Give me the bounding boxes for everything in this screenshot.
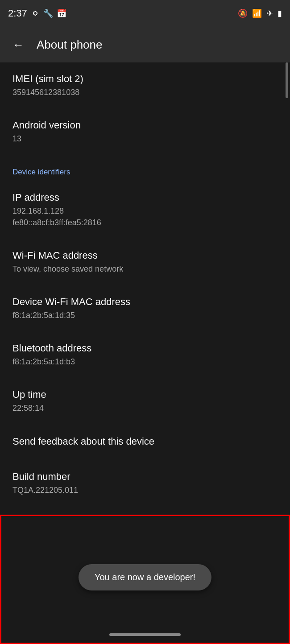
status-left: 2:37 ⭘ 🔧 📅: [8, 8, 66, 19]
item-subtitle-imei-sim2: 359145612381038: [12, 87, 278, 98]
status-time: 2:37: [8, 8, 27, 19]
item-subtitle-build-number: TQ1A.221205.011: [12, 485, 278, 496]
item-subtitle-ip1: 192.168.1.128: [12, 206, 278, 217]
status-icons-left: ⭘ 🔧 📅: [32, 8, 66, 18]
section-header-device-identifiers: Device identifiers: [0, 155, 290, 181]
item-title-bluetooth: Bluetooth address: [12, 343, 278, 354]
item-title-ip: IP address: [12, 192, 278, 203]
wifi-icon: 📶: [252, 8, 262, 18]
list-item-uptime[interactable]: Up time 22:58:14: [0, 378, 290, 425]
bottom-nav-pill: [109, 633, 181, 636]
list-item-ip-address[interactable]: IP address 192.168.1.128 fe80::a8cf:b3ff…: [0, 181, 290, 239]
content: IMEI (sim slot 2) 359145612381038 Androi…: [0, 62, 290, 507]
item-subtitle-bluetooth: f8:1a:2b:5a:1d:b3: [12, 356, 278, 367]
item-title-wifi-mac: Wi-Fi MAC address: [12, 250, 278, 261]
page-title: About phone: [37, 38, 102, 52]
calendar-icon: 📅: [57, 8, 66, 18]
item-title-build-number: Build number: [12, 471, 278, 483]
wrench-icon: 🔧: [43, 8, 53, 18]
list-item-device-wifi-mac[interactable]: Device Wi-Fi MAC address f8:1a:2b:5a:1d:…: [0, 285, 290, 332]
toast-text: You are now a developer!: [95, 572, 195, 582]
item-title-android-version: Android version: [12, 120, 278, 131]
mute-icon: 🔕: [238, 8, 248, 18]
nav-bar: ← About phone: [0, 27, 290, 62]
airplane-icon: ✈: [266, 8, 273, 18]
list-item-build-number[interactable]: Build number TQ1A.221205.011: [0, 460, 290, 507]
item-title-send-feedback: Send feedback about this device: [12, 436, 278, 447]
section-header-label: Device identifiers: [12, 168, 70, 176]
status-icons-right: 🔕 📶 ✈ ▮: [238, 8, 282, 18]
item-subtitle-android-version: 13: [12, 133, 278, 144]
item-title-uptime: Up time: [12, 389, 278, 400]
item-subtitle-device-wifi-mac: f8:1a:2b:5a:1d:35: [12, 310, 278, 321]
item-subtitle-ip2: fe80::a8cf:b3ff:fea5:2816: [12, 217, 278, 228]
item-title-imei-sim2: IMEI (sim slot 2): [12, 73, 278, 85]
list-item-send-feedback[interactable]: Send feedback about this device: [0, 425, 290, 460]
item-subtitle-wifi-mac: To view, choose saved network: [12, 264, 278, 275]
toast-message: You are now a developer!: [79, 564, 211, 590]
list-item-imei-sim2[interactable]: IMEI (sim slot 2) 359145612381038: [0, 62, 290, 109]
back-button[interactable]: ←: [9, 34, 28, 55]
battery-icon: ▮: [278, 8, 282, 18]
item-title-device-wifi-mac: Device Wi-Fi MAC address: [12, 296, 278, 308]
item-subtitle-uptime: 22:58:14: [12, 403, 278, 414]
status-bar: 2:37 ⭘ 🔧 📅 🔕 📶 ✈ ▮: [0, 0, 290, 27]
list-item-wifi-mac[interactable]: Wi-Fi MAC address To view, choose saved …: [0, 239, 290, 285]
list-item-android-version[interactable]: Android version 13: [0, 109, 290, 155]
scrollbar[interactable]: [286, 62, 288, 98]
list-item-bluetooth[interactable]: Bluetooth address f8:1a:2b:5a:1d:b3: [0, 332, 290, 378]
bluetooth-icon: ⭘: [32, 9, 40, 18]
